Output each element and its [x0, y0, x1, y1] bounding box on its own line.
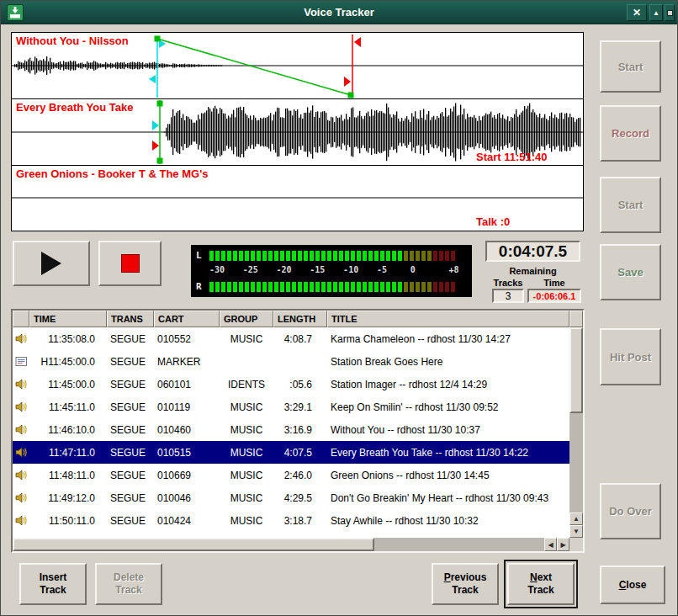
track1-title: Without You - Nilsson [16, 35, 129, 47]
cell-title: Karma Chameleon -- rdhost 11/30 14:27 [327, 333, 569, 345]
titlebar[interactable]: Voice Tracker ✕ ▲ [1, 1, 677, 24]
stop-icon [121, 254, 140, 273]
cell-length: 3:29.1 [273, 401, 327, 413]
track-editor[interactable]: Without You - Nilsson Every Breath You T… [11, 32, 584, 231]
remaining-time-label: Time [531, 278, 578, 288]
cell-title: Without You -- rdhost 11/30 10:37 [327, 424, 569, 436]
meter-right-bar [209, 282, 467, 292]
arrow-down-icon: ▼ [573, 528, 580, 535]
remaining-time-value: -0:06:06.1 [527, 289, 581, 303]
header-corner [569, 311, 583, 327]
talk-counter: Talk :0 [476, 215, 510, 228]
log-row[interactable]: H11:53:30.0SEGUEMARKERWhats Up? Goes Her… [13, 532, 569, 538]
scroll-left-button[interactable]: ◀ [544, 538, 557, 551]
column-header-cart[interactable]: CART [154, 311, 220, 327]
speaker-icon [13, 447, 29, 458]
track2-title: Every Breath You Take [16, 101, 133, 114]
cell-trans: SEGUE [107, 470, 154, 481]
cell-title: Station Imager -- rdhost 12/4 14:29 [327, 379, 569, 390]
cell-title: Keep On Smilin' -- rdhost 11/30 09:52 [327, 401, 569, 413]
column-header-length[interactable]: LENGTH [273, 311, 327, 327]
cell-length: 2:46.0 [273, 470, 327, 481]
shade-button[interactable]: ▲ [649, 4, 663, 21]
window-title: Voice Tracker [1, 6, 677, 19]
start-track3-button[interactable]: Start [600, 177, 661, 233]
scroll-up-button[interactable]: ▲ [569, 512, 583, 525]
cell-time: H11:45:00.0 [29, 356, 107, 368]
hit-post-button[interactable]: Hit Post [600, 328, 661, 385]
column-header-icon[interactable] [13, 311, 29, 327]
cell-time: 11:46:10.0 [29, 424, 107, 436]
delete-track-button[interactable]: DeleteTrack [95, 563, 162, 605]
speaker-icon [13, 424, 29, 435]
log-row[interactable]: 11:46:10.0SEGUE010460MUSIC3:16.9Without … [13, 418, 569, 441]
close-window-button[interactable]: ✕ [627, 4, 647, 21]
save-button[interactable]: Save [600, 244, 661, 300]
arrow-left-icon: ◀ [548, 541, 553, 549]
cell-cart: 010515 [154, 447, 220, 459]
scroll-down-button[interactable]: ▼ [569, 525, 583, 538]
column-header-trans[interactable]: TRANS [107, 311, 154, 327]
cell-trans: SEGUE [107, 401, 154, 413]
cell-length: 3:18.7 [273, 515, 327, 527]
stop-button[interactable] [98, 241, 162, 286]
track2-cue-markers[interactable] [152, 120, 159, 151]
log-row[interactable]: 11:48:11.0SEGUE010669MUSIC2:46.0Green On… [13, 464, 569, 486]
cell-time: 11:48:11.0 [29, 470, 107, 481]
audio-meter: L -30-25-20-15-10-50+8 R [191, 245, 472, 297]
cell-cart: 010046 [154, 492, 220, 504]
arrow-right-icon: ▶ [560, 541, 565, 549]
vertical-scrollbar[interactable]: ▲ ▼ [569, 327, 583, 538]
log-row[interactable]: 11:45:00.0SEGUE060101IDENTS:05.6Station … [13, 373, 569, 396]
start-track1-button[interactable]: Start [600, 40, 661, 93]
log-row[interactable]: 11:45:11.0SEGUE010119MUSIC3:29.1Keep On … [13, 396, 569, 418]
cell-group: MUSIC [220, 492, 273, 504]
cell-length: :05.6 [273, 379, 327, 390]
column-header-title[interactable]: TITLE [327, 311, 569, 327]
close-icon: ✕ [633, 7, 641, 19]
horizontal-scrollbar-thumb[interactable] [13, 538, 374, 551]
horizontal-scrollbar[interactable]: ◀ ▶ [13, 538, 569, 551]
log-row[interactable]: 11:49:12.0SEGUE010046MUSIC4:29.5Don't Go… [13, 486, 569, 509]
log-row[interactable]: 11:35:08.0SEGUE010552MUSIC4:08.7Karma Ch… [13, 327, 569, 350]
cell-trans: SEGUE [107, 379, 154, 390]
log-row-selected[interactable]: 11:47:11.0SEGUE010515MUSIC4:07.5Every Br… [13, 441, 569, 464]
log-row[interactable]: 11:50:11.0SEGUE010424MUSIC3:18.7Stay Awh… [13, 509, 569, 532]
cell-trans: SEGUE [107, 515, 154, 527]
track2-start-time: Start 11:51:40 [476, 151, 548, 163]
cell-time: 11:45:00.0 [29, 379, 107, 390]
cell-length: 4:29.5 [273, 492, 327, 504]
waveform-canvas[interactable] [12, 33, 583, 231]
log-row[interactable]: H11:45:00.0SEGUEMARKERStation Break Goes… [13, 350, 569, 373]
cell-trans: SEGUE [107, 333, 154, 345]
cell-cart: 010552 [154, 333, 220, 345]
meter-left-bar [209, 251, 467, 261]
pin-button[interactable] [665, 4, 675, 21]
play-button[interactable] [13, 241, 90, 286]
column-header-time[interactable]: TIME [29, 311, 107, 327]
vertical-scrollbar-thumb[interactable] [569, 327, 583, 413]
close-button[interactable]: Close [600, 566, 665, 604]
scroll-right-button[interactable]: ▶ [557, 538, 569, 551]
remaining-tracks-value: 3 [492, 289, 524, 303]
cell-group: MUSIC [220, 401, 273, 413]
record-button[interactable]: Record [600, 105, 661, 162]
cell-time: 11:49:12.0 [29, 492, 107, 504]
meter-right-label: R [196, 281, 209, 292]
cell-group: IDENTS [220, 379, 273, 390]
elapsed-time-display: 0:04:07.5 [485, 241, 580, 262]
cell-title: Station Break Goes Here [327, 356, 569, 368]
cell-title: Green Onions -- rdhost 11/30 14:45 [327, 470, 569, 481]
insert-track-button[interactable]: InsertTrack [19, 563, 87, 605]
cell-length: 3:16.9 [273, 424, 327, 436]
do-over-button[interactable]: Do Over [600, 483, 661, 539]
cell-trans: SEGUE [107, 492, 154, 504]
speaker-icon [13, 492, 29, 503]
previous-track-button[interactable]: PreviousTrack [432, 563, 499, 605]
cell-time: 11:47:11.0 [29, 447, 107, 459]
marker-icon [13, 356, 29, 367]
next-track-button[interactable]: NextTrack [507, 563, 575, 605]
cell-trans: SEGUE [107, 447, 154, 459]
play-icon [41, 252, 61, 275]
column-header-group[interactable]: GROUP [220, 311, 273, 327]
